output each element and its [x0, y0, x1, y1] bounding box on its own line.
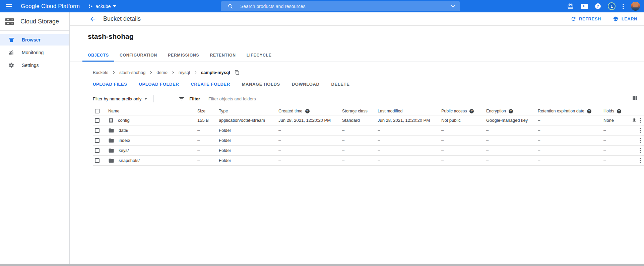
page-header: Bucket details REFRESH LEARN	[70, 12, 644, 26]
help-icon[interactable]: ?	[305, 109, 310, 113]
upload-folder-button[interactable]: UPLOAD FOLDER	[139, 82, 179, 87]
refresh-button[interactable]: REFRESH	[567, 14, 605, 24]
cell-last-modified: –	[378, 158, 441, 163]
breadcrumb-link[interactable]: stash-shohag	[119, 70, 145, 75]
sidebar-header: Cloud Storage	[0, 12, 69, 31]
row-checkbox[interactable]	[95, 148, 100, 153]
tab-configuration[interactable]: CONFIGURATION	[114, 50, 163, 62]
cell-storage-class: –	[342, 158, 378, 163]
download-button[interactable]: DOWNLOAD	[292, 82, 320, 87]
object-link[interactable]: keys/	[119, 148, 129, 153]
cloud-shell-icon[interactable]: >_	[581, 4, 588, 9]
search-input[interactable]	[240, 4, 449, 9]
create-folder-button[interactable]: CREATE FOLDER	[191, 82, 230, 87]
project-selector[interactable]: ackube	[88, 4, 116, 9]
gcp-logo[interactable]: Google Cloud Platform	[21, 3, 80, 10]
cell-public-access: –	[441, 148, 486, 153]
cell-encryption: Google-managed key	[486, 118, 538, 123]
table-row[interactable]: index/ – Folder – – – – – – –	[93, 136, 644, 146]
row-menu-icon[interactable]	[640, 148, 641, 153]
row-menu-icon[interactable]	[640, 138, 641, 143]
help-icon[interactable]: ?	[587, 109, 591, 113]
table-row[interactable]: data/ – Folder – – – – – – –	[93, 125, 644, 136]
caret-down-icon	[113, 5, 116, 7]
delete-button[interactable]: DELETE	[331, 82, 350, 87]
object-link[interactable]: snapshots/	[119, 158, 140, 163]
cell-public-access: –	[441, 138, 486, 143]
divider	[153, 95, 154, 102]
notifications-badge[interactable]: 1	[608, 2, 616, 10]
cell-type: Folder	[219, 158, 278, 163]
breadcrumb-link[interactable]: mysql	[179, 70, 190, 75]
row-checkbox[interactable]	[95, 138, 100, 143]
avatar[interactable]	[631, 2, 640, 11]
filter-scope-dropdown[interactable]: Filter by name prefix only	[93, 96, 147, 101]
select-all-checkbox[interactable]	[95, 109, 100, 113]
cell-storage-class: –	[342, 128, 378, 133]
cell-storage-class: –	[342, 148, 378, 153]
table-row[interactable]: config 155 B application/octet-stream Ju…	[93, 115, 644, 125]
file-icon	[108, 118, 114, 123]
back-button[interactable]	[89, 15, 96, 23]
row-checkbox[interactable]	[95, 128, 100, 133]
cell-retention: –	[538, 138, 603, 143]
learn-button[interactable]: LEARN	[608, 14, 641, 24]
breadcrumb-current: sample-mysql	[201, 70, 230, 75]
help-icon[interactable]: ?	[469, 109, 474, 113]
gift-icon[interactable]	[567, 3, 574, 9]
object-link[interactable]: config	[118, 118, 130, 123]
cell-last-modified: –	[378, 138, 441, 143]
cell-holds: –	[603, 158, 629, 163]
column-display-options-icon[interactable]	[632, 95, 638, 101]
sidebar-item-browser[interactable]: Browser	[0, 34, 69, 46]
cell-holds: –	[603, 148, 629, 153]
table-row[interactable]: keys/ – Folder – – – – – – –	[93, 146, 644, 156]
global-search[interactable]	[221, 1, 460, 11]
help-icon[interactable]: ?	[595, 3, 601, 9]
bucket-icon	[8, 37, 14, 43]
tab-lifecycle[interactable]: LIFECYCLE	[241, 50, 277, 62]
help-icon[interactable]: ?	[617, 109, 621, 113]
sidebar-item-monitoring[interactable]: Monitoring	[0, 47, 69, 58]
menu-icon[interactable]	[5, 2, 16, 11]
sidebar-item-settings[interactable]: Settings	[0, 60, 69, 71]
tab-objects[interactable]: OBJECTS	[82, 50, 114, 62]
row-menu-icon[interactable]	[640, 118, 641, 123]
cell-type: application/octet-stream	[219, 118, 278, 123]
project-icon	[88, 4, 93, 9]
cell-type: Folder	[219, 128, 278, 133]
horizontal-scrollbar[interactable]	[0, 264, 644, 266]
cell-retention: –	[538, 158, 603, 163]
breadcrumb-link[interactable]: demo	[156, 70, 168, 75]
upload-files-button[interactable]: UPLOAD FILES	[93, 82, 127, 87]
tab-retention[interactable]: RETENTION	[204, 50, 241, 62]
column-header-encryption: Encryption?	[486, 109, 538, 113]
cell-encryption: –	[486, 158, 538, 163]
row-checkbox[interactable]	[95, 158, 100, 163]
table-row[interactable]: snapshots/ – Folder – – – – – – –	[93, 156, 644, 166]
breadcrumb-link[interactable]: Buckets	[93, 70, 108, 75]
copy-icon[interactable]	[235, 70, 240, 75]
chart-icon	[8, 50, 14, 56]
object-link[interactable]: data/	[119, 128, 128, 133]
filter-input[interactable]	[208, 96, 396, 101]
cell-created: –	[278, 158, 342, 163]
help-icon[interactable]: ?	[509, 109, 513, 113]
tab-bar: OBJECTS CONFIGURATION PERMISSIONS RETENT…	[70, 50, 644, 62]
object-link[interactable]: index/	[119, 138, 130, 143]
cell-size: 155 B	[197, 118, 219, 123]
download-icon[interactable]	[632, 118, 637, 123]
tab-permissions[interactable]: PERMISSIONS	[163, 50, 204, 62]
more-vert-icon[interactable]	[623, 4, 624, 9]
page-title: Bucket details	[103, 15, 141, 22]
search-expand-chevron-icon[interactable]	[449, 3, 457, 10]
row-checkbox[interactable]	[95, 118, 100, 123]
manage-holds-button[interactable]: MANAGE HOLDS	[242, 82, 280, 87]
breadcrumb: Buckets stash-shohag demo mysql sample-m…	[93, 70, 644, 75]
cell-retention: –	[538, 148, 603, 153]
cell-encryption: –	[486, 148, 538, 153]
row-menu-icon[interactable]	[640, 128, 641, 133]
column-header-name: Name	[108, 109, 197, 113]
cell-retention: –	[538, 118, 603, 123]
row-menu-icon[interactable]	[640, 158, 641, 163]
